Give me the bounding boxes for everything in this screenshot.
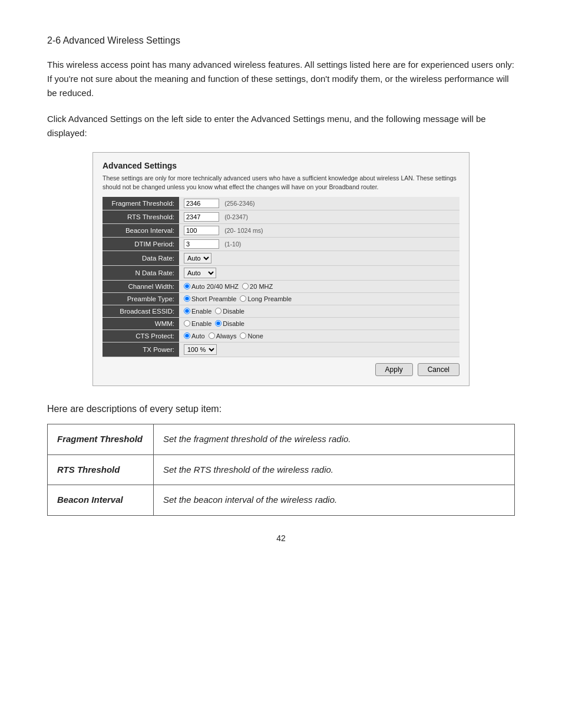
dtim-hint: (1-10) — [224, 241, 241, 248]
field-label-channelwidth: Channel Width: — [103, 281, 179, 293]
panel-description: These settings are only for more technic… — [103, 174, 459, 191]
broadcast-disable-text: Disable — [223, 308, 244, 315]
settings-table: Fragment Threshold: (256-2346) RTS Thres… — [103, 197, 459, 357]
button-row: Apply Cancel — [103, 363, 459, 376]
preamble-long-radio[interactable] — [240, 295, 246, 302]
field-label-fragment: Fragment Threshold: — [103, 197, 179, 210]
table-row: TX Power: 100 % 75 % 50 % 25 % — [103, 342, 459, 357]
cts-always-label: Always — [209, 332, 237, 340]
descriptions-table: Fragment Threshold Set the fragment thre… — [47, 424, 515, 516]
table-row: Preamble Type: Short Preamble Long Pream… — [103, 293, 459, 305]
table-row: Beacon Interval: (20- 1024 ms) — [103, 224, 459, 238]
channel-width-auto-text: Auto 20/40 MHZ — [191, 283, 239, 290]
tx-power-select[interactable]: 100 % 75 % 50 % 25 % — [184, 344, 217, 355]
broadcast-disable-radio[interactable] — [215, 308, 222, 314]
preamble-long-label: Long Preamble — [240, 295, 292, 302]
field-value-broadcast: Enable Disable — [179, 305, 459, 318]
preamble-group: Short Preamble Long Preamble — [184, 295, 292, 302]
channel-width-20-radio[interactable] — [242, 283, 249, 289]
rts-hint: (0-2347) — [224, 213, 248, 220]
definition-beacon: Set the beacon interval of the wireless … — [154, 485, 515, 516]
cts-auto-label: Auto — [184, 332, 205, 340]
table-row: RTS Threshold Set the RTS threshold of t… — [48, 454, 515, 485]
table-row: Broadcast ESSID: Enable Disable — [103, 305, 459, 318]
cts-none-radio[interactable] — [240, 332, 246, 339]
wmm-group: Enable Disable — [184, 320, 244, 327]
dtim-period-input[interactable] — [184, 239, 219, 249]
preamble-short-radio[interactable] — [184, 295, 190, 302]
data-rate-select[interactable]: Auto 1M 2M — [184, 253, 211, 263]
field-label-beacon: Beacon Interval: — [103, 224, 179, 238]
table-row: Fragment Threshold: (256-2346) — [103, 197, 459, 210]
cts-auto-text: Auto — [191, 332, 205, 340]
channel-width-auto-radio[interactable] — [184, 283, 190, 289]
table-row: Beacon Interval Set the beacon interval … — [48, 485, 515, 516]
broadcast-essid-group: Enable Disable — [184, 308, 244, 315]
field-value-beacon: (20- 1024 ms) — [179, 224, 459, 238]
broadcast-enable-text: Enable — [191, 308, 211, 315]
field-label-cts: CTS Protect: — [103, 330, 179, 342]
wmm-disable-text: Disable — [223, 320, 244, 327]
cancel-button[interactable]: Cancel — [418, 363, 459, 376]
wmm-enable-text: Enable — [191, 320, 211, 327]
channel-width-group: Auto 20/40 MHZ 20 MHZ — [184, 283, 273, 290]
cts-none-label: None — [240, 332, 263, 340]
intro-text: This wireless access point has many adva… — [47, 58, 515, 100]
field-value-fragment: (256-2346) — [179, 197, 459, 210]
descriptions-heading: Here are descriptions of every setup ite… — [47, 404, 515, 414]
table-row: WMM: Enable Disable — [103, 318, 459, 330]
cts-always-text: Always — [216, 332, 237, 340]
panel-title: Advanced Settings — [103, 161, 459, 170]
click-instruction: Click Advanced Settings on the left side… — [47, 112, 515, 140]
page-number: 42 — [47, 533, 515, 543]
table-row: Fragment Threshold Set the fragment thre… — [48, 424, 515, 455]
table-row: N Data Rate: Auto MCS0 MCS1 — [103, 266, 459, 281]
page-title: 2-6 Advanced Wireless Settings — [47, 35, 515, 46]
field-label-broadcast: Broadcast ESSID: — [103, 305, 179, 318]
term-fragment: Fragment Threshold — [48, 424, 154, 455]
term-beacon: Beacon Interval — [48, 485, 154, 516]
cts-none-text: None — [247, 332, 263, 340]
cts-group: Auto Always None — [184, 332, 263, 340]
cts-always-radio[interactable] — [209, 332, 215, 339]
wmm-disable-label: Disable — [215, 320, 244, 327]
channel-width-auto-label: Auto 20/40 MHZ — [184, 283, 239, 290]
broadcast-enable-radio[interactable] — [184, 308, 190, 314]
apply-button[interactable]: Apply — [375, 363, 413, 376]
cts-auto-radio[interactable] — [184, 332, 190, 339]
field-value-txpower: 100 % 75 % 50 % 25 % — [179, 342, 459, 357]
wmm-enable-label: Enable — [184, 320, 211, 327]
field-label-rts: RTS Threshold: — [103, 210, 179, 224]
field-label-txpower: TX Power: — [103, 342, 179, 357]
channel-width-20-text: 20 MHZ — [250, 283, 273, 290]
broadcast-disable-label: Disable — [215, 308, 244, 315]
preamble-short-text: Short Preamble — [191, 295, 236, 302]
field-value-dtim: (1-10) — [179, 238, 459, 251]
n-data-rate-select[interactable]: Auto MCS0 MCS1 — [184, 268, 216, 278]
rts-threshold-input[interactable] — [184, 212, 219, 222]
broadcast-enable-label: Enable — [184, 308, 211, 315]
table-row: Channel Width: Auto 20/40 MHZ 20 MHZ — [103, 281, 459, 293]
field-value-channelwidth: Auto 20/40 MHZ 20 MHZ — [179, 281, 459, 293]
advanced-settings-panel: Advanced Settings These settings are onl… — [92, 152, 470, 386]
field-value-wmm: Enable Disable — [179, 318, 459, 330]
wmm-disable-radio[interactable] — [215, 320, 222, 327]
definition-rts: Set the RTS threshold of the wireless ra… — [154, 454, 515, 485]
channel-width-20-label: 20 MHZ — [242, 283, 273, 290]
field-value-cts: Auto Always None — [179, 330, 459, 342]
field-value-preamble: Short Preamble Long Preamble — [179, 293, 459, 305]
definition-fragment: Set the fragment threshold of the wirele… — [154, 424, 515, 455]
table-row: CTS Protect: Auto Always Non — [103, 330, 459, 342]
field-value-datarate: Auto 1M 2M — [179, 251, 459, 266]
preamble-short-label: Short Preamble — [184, 295, 236, 302]
wmm-enable-radio[interactable] — [184, 320, 190, 327]
field-label-wmm: WMM: — [103, 318, 179, 330]
table-row: Data Rate: Auto 1M 2M — [103, 251, 459, 266]
field-label-preamble: Preamble Type: — [103, 293, 179, 305]
beacon-interval-input[interactable] — [184, 226, 219, 235]
fragment-threshold-input[interactable] — [184, 199, 219, 208]
beacon-hint: (20- 1024 ms) — [224, 227, 263, 234]
table-row: DTIM Period: (1-10) — [103, 238, 459, 251]
field-label-ndatarate: N Data Rate: — [103, 266, 179, 281]
field-value-rts: (0-2347) — [179, 210, 459, 224]
